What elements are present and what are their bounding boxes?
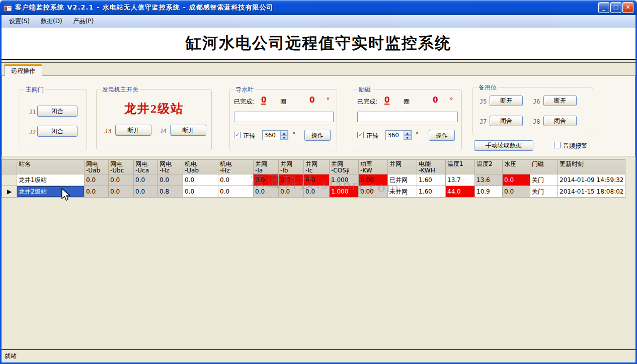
data-cell[interactable]: 0.0 xyxy=(134,174,158,186)
header-cell[interactable]: 网电-Uca xyxy=(134,160,158,174)
station-cell[interactable]: 龙井1级站 xyxy=(17,174,85,186)
row-header-corner[interactable] xyxy=(2,160,17,174)
titlebar: 客户端监控系统 V2.2.1 - 水电站无人值守监控系统 - 成都感智索蓝科技有… xyxy=(0,0,637,15)
data-cell[interactable]: 0.0 xyxy=(183,186,218,198)
header-cell[interactable]: 机电-Hz xyxy=(218,160,254,174)
header-cell[interactable]: 并网 xyxy=(388,160,417,174)
guide-vane-operate-button[interactable]: 操作 xyxy=(304,130,331,141)
header-cell[interactable]: 并网-Ia xyxy=(254,160,279,174)
guide-vane-forward-checkbox[interactable]: ✓ xyxy=(234,132,241,138)
data-cell[interactable]: 0.0 xyxy=(109,174,134,186)
spinner-value: 360 xyxy=(264,132,276,139)
header-cell[interactable]: 并网-COS∮ xyxy=(330,160,359,174)
guide-vane-degree-spinner[interactable]: 360 ▲▼ xyxy=(262,130,288,140)
menu-item[interactable]: 设置(S) xyxy=(4,15,35,28)
excitation-degree-spinner[interactable]: 360 ▲▼ xyxy=(385,130,412,140)
data-cell[interactable]: 0.0 xyxy=(503,174,530,186)
status-bar: 就绪 xyxy=(2,349,635,362)
data-cell[interactable]: 1.60 xyxy=(417,186,446,198)
tab-remote-operation[interactable]: 远程操作 xyxy=(4,64,42,76)
header-cell[interactable]: 温度2 xyxy=(475,160,503,174)
data-cell[interactable]: 0.0 xyxy=(158,174,183,186)
data-cell[interactable]: 0.0 xyxy=(254,186,279,198)
header-cell[interactable]: 温度1 xyxy=(446,160,475,174)
tab-strip: 远程操作 xyxy=(2,63,635,76)
header-cell[interactable]: 并网-Ib xyxy=(279,160,304,174)
menu-item[interactable]: 数据(D) xyxy=(35,15,68,28)
header-cell[interactable]: 网电-Uab xyxy=(85,160,109,174)
minimize-button[interactable]: _ xyxy=(598,2,609,13)
guide-vane-command-input[interactable] xyxy=(234,112,334,122)
data-cell[interactable]: 44.0 xyxy=(446,186,475,198)
data-cell[interactable]: 13.6 xyxy=(475,174,503,186)
header-cell[interactable]: 机电-Uab xyxy=(183,160,218,174)
row-header-cell[interactable] xyxy=(2,174,17,186)
j7-button[interactable]: 闭合 xyxy=(490,116,523,126)
data-cell[interactable]: 关门 xyxy=(530,174,558,186)
close-button[interactable]: ✕ xyxy=(622,2,633,13)
j7-label: J7 xyxy=(480,118,487,125)
data-cell[interactable]: 0.0 xyxy=(218,186,254,198)
spinner-down-icon[interactable]: ▼ xyxy=(280,135,288,140)
menu-item[interactable]: 产品(P) xyxy=(68,15,100,28)
header-cell[interactable]: 水压 xyxy=(503,160,530,174)
data-cell[interactable]: 关门 xyxy=(530,186,558,198)
data-cell[interactable]: 1.60 xyxy=(417,174,446,186)
data-cell[interactable]: 0.8 xyxy=(158,186,183,198)
j2-button[interactable]: 闭合 xyxy=(37,126,77,137)
data-cell[interactable]: 10.9 xyxy=(475,186,503,198)
station-cell[interactable]: 龙井2级站 xyxy=(17,186,85,198)
data-cell[interactable]: 2014-01-09 14:59:32 xyxy=(558,174,625,186)
header-cell[interactable]: 网电-Ubc xyxy=(109,160,134,174)
header-cell[interactable]: 门磁 xyxy=(530,160,558,174)
spinner-down-icon[interactable]: ▼ xyxy=(404,135,411,140)
header-cell[interactable]: 网电-Hz xyxy=(158,160,183,174)
header-cell[interactable]: 功率-KW xyxy=(359,160,388,174)
data-cell[interactable]: 未并网 xyxy=(388,186,417,198)
data-cell[interactable]: 2014-01-15 18:08:02 xyxy=(558,186,625,198)
row-header-cell[interactable]: ▶ xyxy=(2,186,17,198)
data-cell[interactable]: 0.0 xyxy=(85,174,109,186)
excitation-command-input[interactable] xyxy=(357,112,458,122)
j3-button[interactable]: 断开 xyxy=(115,125,151,136)
audio-alarm-checkbox[interactable] xyxy=(554,142,561,148)
data-cell[interactable]: 已并网 xyxy=(388,174,417,186)
spinner-up-icon[interactable]: ▲ xyxy=(280,131,288,135)
header-cell[interactable]: 站名 xyxy=(17,160,85,174)
header-cell[interactable]: 更新时刻 xyxy=(558,160,625,174)
data-cell[interactable]: 0.0 xyxy=(85,186,109,198)
j3-label: J3 xyxy=(104,128,111,135)
excitation-operate-button[interactable]: 操作 xyxy=(429,130,455,141)
j6-button[interactable]: 断开 xyxy=(543,96,577,106)
completed-turns-value: 0 xyxy=(261,97,266,105)
data-cell[interactable]: 0.0 xyxy=(279,174,304,186)
degrees-unit-label: ° xyxy=(450,97,453,104)
remote-operation-panel: 主阀门 J1 闭合 J2 闭合 发电机主开关 龙井2级站 J3 断开 J4 断开… xyxy=(2,75,635,156)
data-cell[interactable]: 0.0 xyxy=(183,174,218,186)
data-cell[interactable]: 1.000 xyxy=(330,174,359,186)
header-cell[interactable]: 电能-KWH xyxy=(417,160,446,174)
data-cell[interactable]: 0.0 xyxy=(109,186,134,198)
data-cell[interactable]: 0.0 xyxy=(279,186,304,198)
data-cell[interactable]: 0.0 xyxy=(304,186,330,198)
groupbox-generator-switch: 发电机主开关 龙井2级站 J3 断开 J4 断开 xyxy=(96,89,212,150)
spinner-up-icon[interactable]: ▲ xyxy=(404,131,411,135)
data-cell[interactable]: 0.00 xyxy=(359,174,388,186)
excitation-forward-checkbox[interactable]: ✓ xyxy=(357,132,364,138)
j1-button[interactable]: 闭合 xyxy=(37,106,77,117)
data-cell[interactable]: 0.0 xyxy=(134,186,158,198)
data-cell[interactable]: 0.00 xyxy=(359,186,388,198)
data-cell[interactable]: 0.0 xyxy=(503,186,530,198)
data-cell[interactable]: 0.0 xyxy=(304,174,330,186)
page-title: 缸河水电公司远程值守实时监控系统 xyxy=(186,33,451,54)
manual-read-button[interactable]: 手动读取数据 xyxy=(474,140,533,151)
j8-button[interactable]: 闭合 xyxy=(543,116,577,126)
data-cell[interactable]: 13.7 xyxy=(446,174,475,186)
j4-button[interactable]: 断开 xyxy=(170,125,206,136)
maximize-button[interactable]: □ xyxy=(610,2,621,13)
header-cell[interactable]: 并网-Ic xyxy=(304,160,330,174)
data-cell[interactable]: 0.0 xyxy=(254,174,279,186)
j5-button[interactable]: 断开 xyxy=(490,96,523,106)
data-cell[interactable]: 0.0 xyxy=(218,174,254,186)
data-cell[interactable]: 1.000 xyxy=(330,186,359,198)
